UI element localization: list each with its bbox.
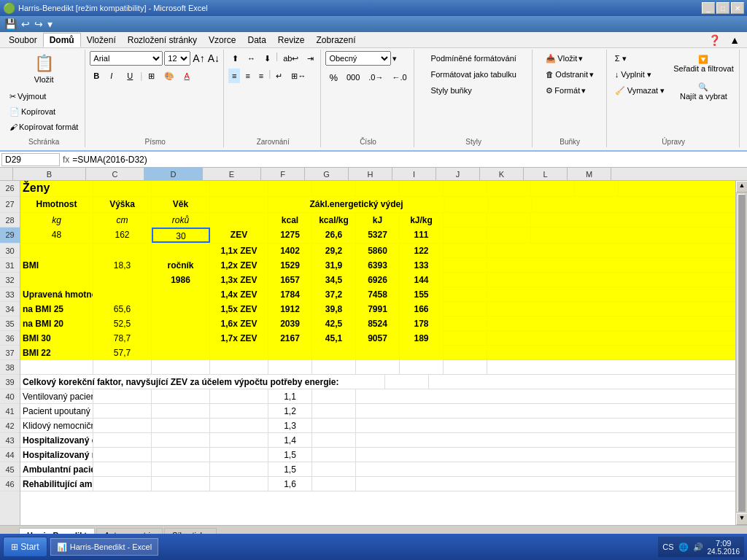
cell-b27[interactable]: Hmotnost <box>20 197 93 212</box>
minimize-button[interactable]: _ <box>702 2 715 14</box>
cell-e38[interactable] <box>210 360 268 375</box>
conditional-formatting-button[interactable]: Podmíněné formátování <box>427 51 519 66</box>
cell-l26[interactable] <box>531 181 575 196</box>
cell-e31[interactable]: 1,2x ZEV <box>210 258 268 273</box>
cell-g36[interactable]: 45,1 <box>312 331 356 346</box>
cell-j37[interactable] <box>444 346 487 360</box>
row-28[interactable]: 28 <box>0 213 20 228</box>
cell-c26[interactable] <box>93 181 152 196</box>
cell-c41[interactable] <box>93 404 152 419</box>
cell-i33[interactable]: 155 <box>400 287 444 302</box>
cell-i37[interactable] <box>400 346 444 360</box>
cell-h26[interactable] <box>356 181 400 196</box>
thousands-button[interactable]: 000 <box>343 70 363 85</box>
cell-g28[interactable]: kcal/kg <box>312 213 356 228</box>
cell-f34[interactable]: 1912 <box>268 302 312 316</box>
cell-f41[interactable]: 1,2 <box>268 404 312 419</box>
cell-i30[interactable]: 122 <box>400 244 444 258</box>
cell-h30[interactable]: 5860 <box>356 244 400 258</box>
row-31[interactable]: 31 <box>0 258 20 273</box>
cell-k27[interactable] <box>489 197 533 212</box>
find-select-button[interactable]: 🔍 Najít a vybrat <box>671 79 736 105</box>
tab-data[interactable]: Data <box>241 34 271 47</box>
col-header-e[interactable]: E <box>203 168 261 180</box>
cell-g42[interactable] <box>312 419 356 433</box>
row-36[interactable]: 36 <box>0 331 20 346</box>
col-header-f[interactable]: F <box>261 168 305 180</box>
row-39[interactable]: 39 <box>0 375 20 389</box>
cell-f31[interactable]: 1529 <box>268 258 312 273</box>
close-button[interactable]: ✕ <box>731 2 744 14</box>
cell-d26[interactable] <box>152 181 210 196</box>
row-27[interactable]: 27 <box>0 197 20 213</box>
cell-g32[interactable]: 34,5 <box>312 273 356 287</box>
cell-g30[interactable]: 29,2 <box>312 244 356 258</box>
cell-i32[interactable]: 144 <box>400 273 444 287</box>
cell-g37[interactable] <box>312 346 356 360</box>
cell-g31[interactable]: 31,9 <box>312 258 356 273</box>
help-icon[interactable]: ❓ <box>704 34 725 46</box>
cell-c42[interactable] <box>93 419 152 433</box>
col-header-k[interactable]: K <box>480 168 524 180</box>
fx-button[interactable]: fx <box>63 155 69 165</box>
cell-g34[interactable]: 39,8 <box>312 302 356 316</box>
cell-e42[interactable] <box>210 419 268 433</box>
col-header-g[interactable]: G <box>305 168 349 180</box>
cell-c35[interactable]: 52,5 <box>93 316 152 331</box>
cell-j33[interactable] <box>444 287 487 302</box>
number-format-select[interactable]: Obecný <box>325 51 391 66</box>
fill-button[interactable]: ↓ Vyplnit ▾ <box>611 67 669 82</box>
text-direction-button[interactable]: ab↩ <box>279 51 302 66</box>
cell-c40[interactable] <box>93 389 152 404</box>
redo-quick-btn[interactable]: ↪ <box>33 18 44 30</box>
cell-c37[interactable]: 57,7 <box>93 346 152 360</box>
save-quick-btn[interactable]: 💾 <box>3 18 18 30</box>
cell-c28[interactable]: cm <box>93 213 152 228</box>
underline-button[interactable]: U <box>123 69 138 83</box>
cell-g45[interactable] <box>312 462 356 477</box>
cell-d28[interactable]: roků <box>152 213 210 228</box>
row-45[interactable]: 45 <box>0 462 20 477</box>
cell-c27[interactable]: Výška <box>93 197 152 212</box>
row-40[interactable]: 40 <box>0 389 20 404</box>
cell-j32[interactable] <box>444 273 487 287</box>
increase-font-btn[interactable]: A↑ <box>192 52 205 65</box>
insert-cells-button[interactable]: 📥 Vložit ▾ <box>542 51 597 66</box>
cell-f36[interactable]: 2167 <box>268 331 312 346</box>
cell-e26[interactable] <box>210 181 268 196</box>
align-left-button[interactable]: ≡ <box>228 69 240 83</box>
cell-b26[interactable]: Ženy <box>20 181 93 196</box>
row-46[interactable]: 46 <box>0 477 20 491</box>
cell-e28[interactable] <box>210 213 268 228</box>
row-37[interactable]: 37 <box>0 346 20 360</box>
cell-e37[interactable] <box>210 346 268 360</box>
cell-fghi27[interactable]: Zákl.energetický výdej <box>268 197 445 212</box>
cell-e46[interactable] <box>210 477 268 491</box>
cell-e36[interactable]: 1,7x ZEV <box>210 331 268 346</box>
cell-f42[interactable]: 1,3 <box>268 419 312 433</box>
merge-button[interactable]: ⊞↔ <box>287 69 309 83</box>
cell-f30[interactable]: 1402 <box>268 244 312 258</box>
sum-button[interactable]: Σ ▾ <box>611 51 669 66</box>
cell-b44[interactable]: Hospitalizovaný rehabilitující pacient <box>20 448 93 462</box>
font-name-select[interactable]: Arial <box>90 51 163 66</box>
format-painter-button[interactable]: 🖌 Kopírovat formát <box>6 120 82 134</box>
cell-j35[interactable] <box>444 316 487 331</box>
bold-button[interactable]: B <box>90 69 104 83</box>
cell-e27[interactable] <box>210 197 268 212</box>
col-header-i[interactable]: I <box>392 168 436 180</box>
col-header-h[interactable]: H <box>349 168 392 180</box>
cell-f35[interactable]: 2039 <box>268 316 312 331</box>
cell-d45[interactable] <box>152 462 210 477</box>
col-header-d[interactable]: D <box>144 168 203 180</box>
cell-e30[interactable]: 1,1x ZEV <box>210 244 268 258</box>
tab-revize[interactable]: Revize <box>272 34 311 47</box>
row-34[interactable]: 34 <box>0 302 20 316</box>
cell-b34[interactable]: na BMI 25 <box>20 302 93 316</box>
cell-h34[interactable]: 7991 <box>356 302 400 316</box>
indent-button[interactable]: ⇥ <box>303 51 317 66</box>
cut-button[interactable]: ✂ Vyjmout <box>6 89 82 104</box>
cell-k26[interactable] <box>487 181 531 196</box>
col-header-m[interactable]: M <box>568 168 611 180</box>
tab-rozlozeni[interactable]: Rozložení stránky <box>122 34 203 47</box>
